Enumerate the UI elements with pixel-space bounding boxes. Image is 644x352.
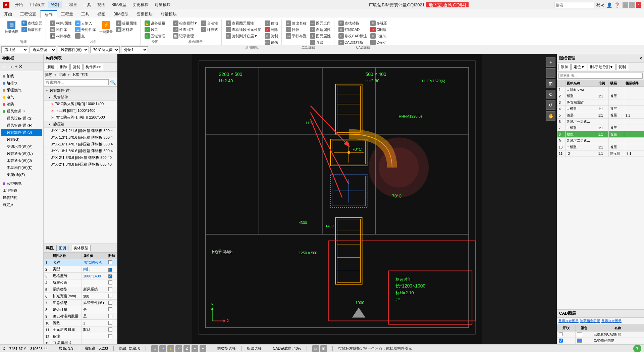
component-save-button[interactable]: 💾 构件存盘 [49, 33, 73, 39]
delete-button[interactable]: ✕ 删除 [263, 27, 279, 33]
menu-start[interactable]: 开始 [12, 1, 25, 8]
prop-check-9[interactable] [108, 314, 112, 318]
comp-subgroup-plenum[interactable]: ▼ 静压箱 [44, 121, 116, 128]
formula-button[interactable]: = 计算式 [200, 27, 219, 33]
sort-button[interactable]: 排序 [45, 72, 52, 77]
nav-forward-button[interactable]: → [8, 64, 13, 70]
comp-item-plenum-5[interactable]: JYX-2*1.8*0.6 [静压箱 薄钢板 800 40 [44, 155, 116, 161]
cad-layer-extracted-toggle[interactable] [559, 332, 563, 336]
drawing-row-9[interactable]: 9 X-地下二层遮... [557, 138, 644, 144]
auto-adapt-button[interactable]: ≈ 自适属性 [309, 27, 332, 33]
copy-button[interactable]: ⎘ 复制 [263, 33, 279, 39]
point-button[interactable]: · 点 [74, 33, 97, 39]
status-rect-button[interactable]: □ [151, 345, 158, 352]
ribbon-tab-project[interactable]: 工程设置 [16, 10, 40, 18]
prop-row-system[interactable]: 5 系统类型 新风系统 [44, 286, 117, 293]
find-replace-button[interactable]: 🔍 查找替换 [337, 20, 368, 26]
prop-check-10[interactable] [108, 321, 112, 325]
nav-item-hvac-device[interactable]: 通风设备(通)(S) [1, 115, 42, 122]
progress-btn-2[interactable]: ▣ [320, 345, 327, 352]
menu-view[interactable]: 视图 [95, 1, 108, 8]
prop-check-2[interactable] [108, 268, 112, 272]
drawings-add-button[interactable]: 添加 [558, 64, 571, 70]
ribbon-tab-compare[interactable]: 对量模块 [157, 10, 181, 18]
drawings-search-input[interactable] [558, 73, 643, 79]
comp-item-plenum-3[interactable]: JYX-1.6*1.4*0.7 [静压箱 薄钢板 800 4 [44, 141, 116, 148]
help-icon[interactable]: ❓ [614, 2, 620, 8]
prop-row-model[interactable]: 3 规格型号 1000*1400 [44, 273, 117, 279]
copy-to-floor-button[interactable]: ⎘ 复制到其它层▼ [224, 33, 263, 39]
element-reverse-button[interactable]: ⟺ 图元反向 [309, 20, 332, 26]
nav-add-button[interactable]: + [15, 64, 17, 70]
drawings-split-button[interactable]: 删-手动分割▼ [588, 64, 616, 70]
drawings-locate-button[interactable]: 定位▼ [571, 64, 587, 70]
ribbon-tab-quantity[interactable]: 工程量 [57, 10, 77, 18]
drawing-row-1[interactable]: 1 □ 封面.dwg [557, 87, 644, 93]
cloud-input-button[interactable]: ☁ 云输入 [74, 20, 97, 26]
pickup-component-button[interactable]: ↗ 拾取构件 [20, 27, 44, 33]
prop-row-type[interactable]: 2 类型 阀门 [44, 266, 117, 273]
prop-check-3[interactable] [108, 274, 112, 278]
comp-delete-button[interactable]: 删除 [58, 64, 70, 70]
floor-select[interactable]: 第-1层 首层 第-2层 [1, 46, 28, 53]
nav-item-hvac[interactable]: 通风空调 ▼ [1, 108, 42, 115]
find-element-button[interactable]: 🔍 查找定元 [20, 20, 44, 26]
prop-row-width[interactable]: 6 扣减宽度(mm) 300 [44, 293, 117, 300]
move-button[interactable]: ↕ 移动 [263, 20, 279, 26]
comp-new-button[interactable]: 新建 [45, 64, 57, 70]
prop-check-11[interactable] [108, 327, 112, 332]
nav-item-hvac-pipe[interactable]: 风管(G) [1, 136, 42, 143]
drawing-row-8[interactable]: 8 模型 1:1 首层 [557, 131, 644, 138]
help-circle-button[interactable]: ? [633, 345, 641, 352]
nav-item-heating[interactable]: 采暖燃气 [1, 87, 42, 94]
multi-view-button[interactable]: ⊞ 多视图 [369, 20, 389, 26]
comp-search-input[interactable] [45, 79, 109, 85]
close-button[interactable]: × [636, 2, 641, 8]
nav-back-button[interactable]: ← [1, 64, 7, 70]
comp-item-fire-damper-70-1[interactable]: ➤ 70°C防火阀-1 [阀门] 2200*500 [44, 114, 116, 121]
modify-name-button[interactable]: ✏ 修改名称 [284, 20, 308, 26]
status-cross-button[interactable]: ✕ [175, 345, 182, 352]
comp-subgroup-duct-part[interactable]: ▼ 风管部件 [44, 94, 116, 101]
nav-item-misc[interactable]: 零星构件(通)(K) [1, 164, 42, 171]
parallel-button[interactable]: ⟺ 平行布置 [284, 33, 308, 39]
comp-copy-button[interactable]: 复制 [70, 64, 83, 70]
comp-item-check-valve[interactable]: ➤ 止回阀 [阀门] 1000*1400 [44, 107, 116, 114]
nav-item-structure[interactable]: 建筑结构 [1, 194, 42, 201]
prop-row-count[interactable]: 8 是否计量 是 [44, 306, 117, 313]
comp-item-plenum-1[interactable]: JYX-1.2*1.2*1.6 [静压箱 薄钢板 800 4 [44, 128, 116, 134]
record-manage-button[interactable]: 📝 记录管理 [172, 33, 199, 39]
drawings-close-icon[interactable]: × [640, 56, 642, 61]
nav-item-hvac-duct-component[interactable]: 风管部件(通)(J) [1, 129, 42, 136]
comp-down-button[interactable]: 下移 [80, 72, 88, 77]
prop-tab-diagram[interactable]: 图例 [56, 245, 68, 251]
drawing-row-10[interactable]: 10 □ 模型 1:1 首层 [557, 144, 644, 150]
prop-check-4[interactable] [108, 280, 112, 284]
show-layer-button[interactable]: 显示指定图层 [558, 319, 579, 323]
drawing-row-11[interactable]: 11 -2 1:1 第-2层 -3.1 [557, 150, 644, 157]
hide-layer-button[interactable]: 隐藏指定图层 [580, 319, 600, 323]
straight-line-button[interactable]: — 直线- [309, 39, 332, 45]
quantity-attr-button[interactable]: ≡ 提量属性 [115, 20, 138, 26]
check-model-button[interactable]: ✓ 检查模型▼ [172, 20, 199, 26]
layer-select[interactable]: 分层1 分层2 [121, 46, 148, 53]
zoom-out-button[interactable]: - [546, 68, 555, 78]
check-loop-button[interactable]: ↺ 检查回路 [172, 27, 199, 33]
pan-button[interactable]: ✋ [546, 111, 555, 121]
nav-item-electrical[interactable]: 电气 [1, 94, 42, 101]
ribbon-tab-tools[interactable]: 工具 [77, 10, 93, 18]
material-table-button[interactable]: 📋 材料表 [115, 27, 138, 33]
menu-change[interactable]: 变更模块 [130, 1, 151, 8]
minimize-button[interactable]: — [623, 2, 628, 8]
ribbon-tab-draw[interactable]: 绘制 [40, 10, 57, 18]
prop-row-display[interactable]: 13 ☐ 显示样式 [44, 340, 117, 345]
nav-item-duct-fitting[interactable]: 风管通头(通)(U) [1, 150, 42, 157]
batch-select-button[interactable]: ▤ 批量选择 [3, 20, 19, 35]
menu-bim[interactable]: BIM模型 [109, 1, 129, 8]
zone-manage-button[interactable]: ▭ 区域管理 [143, 33, 167, 39]
drawing-row-5[interactable]: 5 首层 1:1 首层 1.1 [557, 112, 644, 119]
component-library-button[interactable]: 🗃 构件库 [49, 27, 73, 33]
nav-item-ac-water[interactable]: 空调水管(通)(A) [1, 143, 42, 150]
menu-compare[interactable]: 对量模块 [152, 1, 173, 8]
prop-check-6[interactable] [108, 294, 112, 298]
